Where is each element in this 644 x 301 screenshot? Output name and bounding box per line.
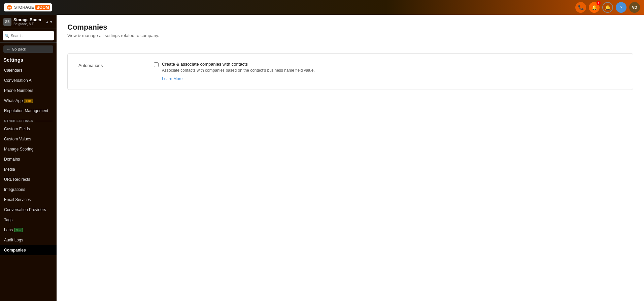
- phone-icon-button[interactable]: 📞: [575, 2, 586, 13]
- sidebar-item-label: URL Redirects: [4, 177, 30, 182]
- account-icon: SB: [3, 18, 11, 26]
- sidebar-item-manage-scoring[interactable]: Manage Scoring: [0, 144, 57, 154]
- logo-icon: SB: [6, 4, 13, 11]
- sidebar-item-label: WhatsApp: [4, 98, 23, 103]
- sidebar-item-custom-values[interactable]: Custom Values: [0, 134, 57, 144]
- automations-row: Automations Create & associate companies…: [78, 62, 622, 81]
- sidebar-item-label: Reputation Management: [4, 108, 48, 113]
- main-content: Companies View & manage all settings rel…: [57, 15, 644, 301]
- sidebar-item-email-services[interactable]: Email Services: [0, 195, 57, 205]
- sidebar-item-label: Media: [4, 167, 15, 172]
- sidebar-item-label: Phone Numbers: [4, 88, 33, 93]
- go-back-button[interactable]: Go Back: [3, 45, 53, 53]
- sidebar-item-conversation-providers[interactable]: Conversation Providers: [0, 205, 57, 215]
- page-header: Companies View & manage all settings rel…: [57, 15, 644, 45]
- account-location: Belgrade, MT: [13, 22, 43, 26]
- sidebar-item-audit-logs[interactable]: Audit Logs: [0, 235, 57, 245]
- sidebar-item-label: Labs: [4, 228, 13, 232]
- help-button[interactable]: ?: [616, 2, 626, 13]
- automations-label-col: Automations: [78, 62, 146, 68]
- logo-storage-text: STORAGE: [14, 5, 34, 10]
- checkbox-desc-text: Associate contacts with companies based …: [162, 68, 315, 73]
- search-input[interactable]: [11, 34, 57, 38]
- automations-card: Automations Create & associate companies…: [67, 53, 633, 90]
- sidebar-item-label: Audit Logs: [4, 238, 23, 242]
- sidebar-item-label: Conversation AI: [4, 78, 33, 83]
- sidebar-search-area: 🔍 ctrl K +: [0, 29, 57, 43]
- logo: SB STORAGEBOOM: [4, 3, 52, 11]
- account-name: Storage Boom: [13, 18, 43, 22]
- sidebar-item-label: Tags: [4, 218, 12, 222]
- checkbox-row: Create & associate companies with contac…: [154, 62, 622, 81]
- sidebar-item-calendars[interactable]: Calendars: [0, 65, 57, 75]
- sidebar-item-labs[interactable]: Labs New: [0, 225, 57, 235]
- sidebar-item-label: Manage Scoring: [4, 147, 33, 152]
- sidebar-item-label: Domains: [4, 157, 20, 162]
- topbar-icons: 📞 🔔 2 🔔 ? VD: [575, 2, 640, 13]
- checkbox-main-text: Create & associate companies with contac…: [162, 62, 315, 67]
- page-title: Companies: [67, 23, 633, 32]
- sidebar-item-custom-fields[interactable]: Custom Fields: [0, 124, 57, 134]
- sidebar-item-label: Companies: [4, 248, 26, 253]
- page-subtitle: View & manage all settings related to co…: [67, 33, 633, 38]
- sidebar-nav: Calendars Conversation AI Phone Numbers …: [0, 65, 57, 301]
- sidebar-item-reputation[interactable]: Reputation Management: [0, 106, 57, 116]
- sidebar-item-conversation-ai[interactable]: Conversation AI: [0, 75, 57, 86]
- sidebar-item-label: Integrations: [4, 187, 25, 192]
- topbar: SB STORAGEBOOM 📞 🔔 2 🔔 ? VD: [0, 0, 644, 15]
- automations-label: Automations: [78, 63, 103, 68]
- settings-title: Settings: [0, 56, 57, 65]
- sidebar-item-integrations[interactable]: Integrations: [0, 185, 57, 195]
- sidebar-item-label: Conversation Providers: [4, 207, 46, 212]
- layout: SB Storage Boom Belgrade, MT ▲▼ 🔍 ctrl K…: [0, 15, 644, 301]
- account-switcher[interactable]: SB Storage Boom Belgrade, MT ▲▼: [0, 15, 57, 29]
- other-settings-section: OTHER SETTINGS: [0, 116, 57, 124]
- sidebar-item-tags[interactable]: Tags: [0, 215, 57, 225]
- new-badge: New: [14, 228, 23, 232]
- sidebar-item-label: Email Services: [4, 197, 31, 202]
- search-icon: 🔍: [5, 34, 9, 38]
- logo-boom-text: BOOM: [35, 5, 50, 10]
- sidebar-item-media[interactable]: Media: [0, 164, 57, 174]
- notifications-button[interactable]: 🔔 2: [589, 2, 600, 13]
- sidebar-item-whatsapp[interactable]: WhatsApp beta: [0, 96, 57, 106]
- sidebar-item-label: Custom Values: [4, 137, 31, 141]
- sidebar-item-url-redirects[interactable]: URL Redirects: [0, 174, 57, 185]
- automations-content-col: Create & associate companies with contac…: [154, 62, 622, 81]
- logo-box: SB STORAGEBOOM: [4, 3, 52, 11]
- sidebar-item-label: Calendars: [4, 68, 23, 73]
- search-wrap: 🔍 ctrl K +: [3, 31, 54, 40]
- go-back-label: Go Back: [12, 47, 26, 51]
- sidebar-item-domains[interactable]: Domains: [0, 154, 57, 164]
- setting-text-block: Create & associate companies with contac…: [162, 62, 315, 81]
- account-arrow-icon: ▲▼: [45, 20, 53, 24]
- associate-companies-checkbox[interactable]: [154, 62, 159, 67]
- bell-button[interactable]: 🔔: [602, 2, 613, 13]
- account-info: Storage Boom Belgrade, MT: [13, 18, 43, 26]
- associate-companies-checkbox-wrap: [154, 62, 159, 68]
- beta-badge: beta: [24, 99, 33, 103]
- sidebar-item-phone-numbers[interactable]: Phone Numbers: [0, 86, 57, 96]
- content-area: Automations Create & associate companies…: [57, 45, 644, 103]
- learn-more-link[interactable]: Learn More: [162, 76, 182, 81]
- sidebar: SB Storage Boom Belgrade, MT ▲▼ 🔍 ctrl K…: [0, 15, 57, 301]
- notification-badge: 2: [597, 1, 601, 5]
- sidebar-item-companies[interactable]: Companies: [0, 245, 57, 255]
- svg-text:SB: SB: [8, 6, 11, 9]
- user-avatar[interactable]: VD: [629, 2, 640, 13]
- sidebar-item-label: Custom Fields: [4, 127, 30, 131]
